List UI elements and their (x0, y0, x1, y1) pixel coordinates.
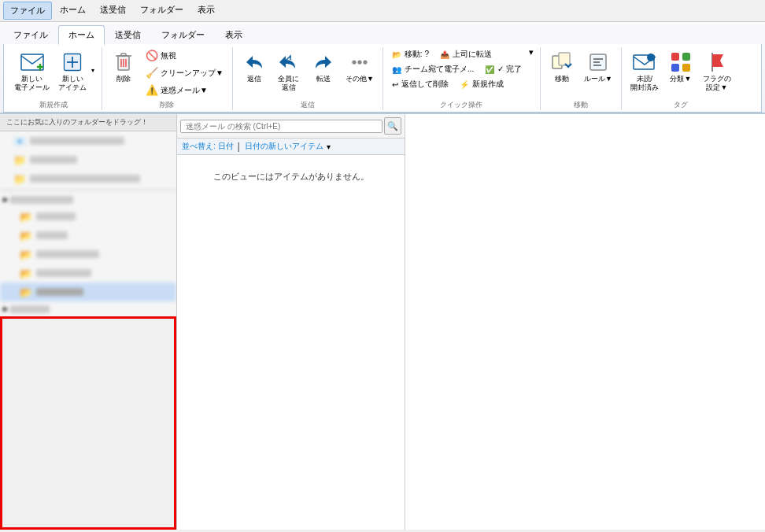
team-fwd-button[interactable]: 👥 チーム宛て電子メ... (388, 62, 478, 76)
quick-expand[interactable]: ▾ (527, 47, 535, 57)
reply-icon (242, 50, 267, 75)
tab-home[interactable]: ホーム (58, 25, 105, 45)
sidebar-section-header[interactable]: ▸ (0, 192, 176, 207)
menu-send-receive[interactable]: 送受信 (94, 2, 132, 20)
sidebar-item-1[interactable]: 📁 (0, 150, 176, 169)
sidebar-item-3[interactable]: 📂 (0, 207, 176, 226)
delete-button[interactable]: 削除 (107, 47, 140, 86)
cleanup-button[interactable]: 🧹 クリーンアップ▼ (142, 65, 227, 81)
boss-fwd-label: 上司に転送 (453, 49, 492, 60)
svg-rect-24 (682, 53, 690, 61)
tab-view[interactable]: 表示 (215, 25, 253, 44)
tab-send-receive[interactable]: 送受信 (105, 25, 151, 44)
search-bar: 🔍 (177, 114, 405, 139)
junk-icon: ⚠️ (146, 84, 158, 96)
junk-button[interactable]: ⚠️ 迷惑メール▼ (142, 82, 227, 98)
more-reply-label: その他▼ (346, 75, 374, 83)
sidebar-item-label-3 (36, 212, 76, 220)
sort-separator: │ (237, 142, 242, 151)
boss-fwd-icon: 📤 (440, 50, 449, 59)
reply-group-label: 返信 (301, 98, 315, 110)
sidebar-item-0[interactable]: 📧 (0, 131, 176, 150)
sidebar-item-label-2 (30, 175, 140, 183)
move-button[interactable]: 移動 (545, 47, 578, 86)
search-input[interactable] (180, 120, 382, 133)
tab-file[interactable]: ファイル (3, 25, 58, 44)
rules-icon (586, 50, 611, 75)
category-button[interactable]: 分類▼ (664, 47, 697, 86)
sidebar-item-7[interactable]: 📂 (0, 283, 176, 301)
menu-home[interactable]: ホーム (54, 2, 92, 20)
more-reply-icon (347, 50, 372, 75)
reply-group-items: 返信 全員に返信 (238, 47, 378, 98)
email-list-pane: 🔍 並べ替え: 日付 │ 日付の新しいアイテム ▾ このビューにはアイテムがあり… (177, 114, 405, 530)
sidebar-item-label-1 (30, 156, 77, 164)
reply-all-button[interactable]: 全員に返信 (272, 47, 305, 94)
ribbon-group-reply: 返信 全員に返信 (233, 47, 383, 110)
ribbon-content: 新しい電子メール 新しいアイテム ▾ (3, 44, 762, 113)
unread-icon (632, 50, 657, 75)
category-label: 分類▼ (670, 75, 691, 83)
tags-group-label: タグ (674, 98, 688, 110)
ignore-button[interactable]: 🚫 無視 (142, 47, 227, 64)
new-item-button[interactable]: 新しいアイテム ▾ (55, 47, 97, 94)
new-email-label: 新しい電子メール (14, 75, 50, 92)
sidebar-bottom-panel (0, 316, 176, 530)
boss-fwd-button[interactable]: 📤 上司に転送 (436, 47, 496, 61)
search-button[interactable]: 🔍 (384, 117, 401, 135)
sidebar-section-2[interactable]: ▸ (0, 301, 176, 316)
new-item-arrow[interactable]: ▾ (90, 47, 97, 94)
reply-button[interactable]: 返信 (238, 47, 271, 86)
svg-rect-25 (671, 64, 679, 72)
sidebar-item-2[interactable]: 📁 (0, 169, 176, 188)
team-fwd-label: チーム宛て電子メ... (405, 64, 474, 75)
new-item-label: 新しいアイテム (58, 75, 87, 92)
more-reply-button[interactable]: その他▼ (342, 47, 378, 86)
sidebar-item-icon-6: 📂 (19, 266, 33, 280)
menu-file[interactable]: ファイル (3, 2, 52, 20)
menu-folder[interactable]: フォルダー (134, 2, 190, 20)
sidebar-favorite-header: ここにお気に入りのフォルダーをドラッグ！ (0, 114, 176, 131)
move-quick-button[interactable]: 📂 移動: ? (388, 47, 433, 61)
sidebar-item-6[interactable]: 📂 (0, 264, 176, 283)
svg-point-13 (357, 60, 361, 64)
move-btn-label: 移動 (555, 75, 569, 83)
sort-option-button[interactable]: 日付の新しいアイテム (245, 141, 323, 152)
sidebar-item-5[interactable]: 📂 (0, 245, 176, 264)
svg-point-12 (352, 60, 356, 64)
svg-rect-16 (559, 53, 570, 65)
ignore-label: 無視 (161, 50, 176, 61)
unread-label: 未読/開封済み (630, 75, 659, 92)
new-item-main[interactable]: 新しいアイテム (55, 47, 90, 94)
svg-rect-23 (671, 53, 679, 61)
reply-delete-icon: ↩ (392, 80, 398, 89)
delete-group-label: 削除 (160, 98, 174, 110)
forward-label: 転送 (316, 75, 331, 83)
new-quick-button[interactable]: ⚡ 新規作成 (456, 77, 508, 91)
move-group-label: 移動 (574, 98, 588, 110)
done-button[interactable]: ✅ ✓ 完了 (481, 62, 526, 76)
empty-text: このビューにはアイテムがありません。 (213, 171, 369, 183)
new-item-icon (60, 50, 85, 75)
forward-button[interactable]: 転送 (307, 47, 340, 86)
move-icon: 📂 (392, 50, 401, 59)
new-group-items: 新しい電子メール 新しいアイテム ▾ (10, 47, 97, 98)
svg-point-22 (647, 54, 655, 61)
new-group-label: 新規作成 (39, 98, 68, 110)
sidebar-item-label-7 (36, 288, 83, 296)
ribbon-group-delete: 削除 🚫 無視 🧹 クリーンアップ▼ ⚠️ 迷惑メール▼ (102, 47, 233, 110)
quick-group-label: クイック操作 (440, 98, 482, 110)
tab-folder[interactable]: フォルダー (151, 25, 215, 44)
sidebar-item-4[interactable]: 📂 (0, 226, 176, 245)
unread-button[interactable]: 未読/開封済み (626, 47, 663, 94)
sidebar-item-label-6 (36, 269, 91, 277)
reply-delete-button[interactable]: ↩ 返信して削除 (388, 77, 453, 91)
tags-group-items: 未読/開封済み 分類▼ (626, 47, 735, 98)
category-icon (668, 50, 693, 75)
rules-button[interactable]: ルール▼ (580, 47, 616, 86)
new-email-button[interactable]: 新しい電子メール (10, 47, 54, 94)
flag-button[interactable]: フラグの設定▼ (699, 47, 735, 94)
sort-button[interactable]: 並べ替え: 日付 (182, 141, 234, 152)
team-fwd-icon: 👥 (392, 65, 401, 74)
menu-view[interactable]: 表示 (191, 2, 221, 20)
